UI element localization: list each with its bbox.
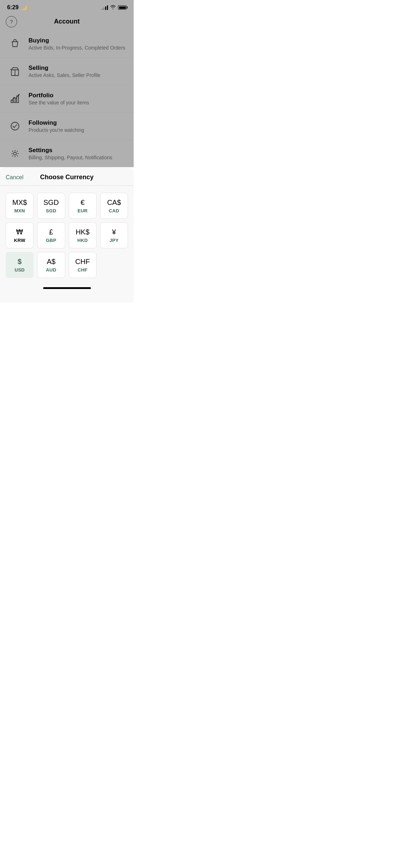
chf-symbol: CHF: [75, 257, 90, 266]
bag-icon: [7, 36, 23, 52]
portfolio-item[interactable]: Portfolio See the value of your items: [0, 85, 134, 113]
box-icon: [7, 63, 23, 79]
account-title: Account: [54, 18, 80, 25]
following-subtitle: Products you're watching: [29, 127, 84, 133]
home-indicator: [0, 284, 134, 292]
currency-cell-hkd[interactable]: HK$ HKD: [69, 222, 97, 248]
currency-cell-jpy[interactable]: ¥ JPY: [100, 222, 128, 248]
aud-symbol: A$: [47, 257, 55, 266]
currency-cell-sgd[interactable]: SGD SGD: [37, 193, 65, 219]
krw-code: KRW: [14, 238, 25, 243]
hkd-code: HKD: [77, 238, 88, 243]
currency-cell-chf[interactable]: CHF CHF: [69, 252, 97, 278]
chart-icon: [7, 91, 23, 107]
svg-rect-1: [11, 100, 13, 103]
usd-symbol: $: [18, 257, 22, 266]
settings-item[interactable]: Settings Billing, Shipping, Payout, Noti…: [0, 140, 134, 167]
account-menu: Buying Active Bids, In-Progress, Complet…: [0, 30, 134, 167]
mxn-code: MXN: [14, 208, 25, 213]
cancel-button[interactable]: Cancel: [6, 174, 24, 181]
gbp-code: GBP: [46, 238, 56, 243]
sheet-title: Choose Currency: [40, 174, 93, 181]
background-overlay: ? Account Buying Active Bids, In-Progres…: [0, 13, 134, 167]
hkd-symbol: HK$: [76, 228, 89, 236]
check-circle-icon: [7, 118, 23, 134]
currency-sheet: Cancel Choose Currency MX$ MXN SGD SGD €…: [0, 167, 134, 303]
currency-cell-cad[interactable]: CA$ CAD: [100, 193, 128, 219]
buying-title: Buying: [29, 37, 125, 44]
help-button[interactable]: ?: [6, 16, 17, 27]
sgd-symbol: SGD: [43, 198, 59, 207]
status-time: 6:29 🌙: [7, 4, 27, 11]
currency-grid: MX$ MXN SGD SGD € EUR CA$ CAD ₩ KRW £ GB…: [0, 190, 134, 284]
following-item[interactable]: Following Products you're watching: [0, 113, 134, 140]
svg-point-5: [14, 152, 16, 155]
portfolio-title: Portfolio: [29, 92, 89, 99]
svg-rect-2: [14, 98, 16, 103]
selling-title: Selling: [29, 64, 101, 72]
aud-code: AUD: [46, 267, 56, 273]
currency-cell-usd[interactable]: $ USD: [6, 252, 34, 278]
battery-icon: [118, 5, 127, 10]
following-title: Following: [29, 119, 84, 126]
home-bar: [43, 287, 91, 289]
mxn-symbol: MX$: [12, 198, 27, 207]
header-divider: [0, 185, 134, 186]
portfolio-subtitle: See the value of your items: [29, 100, 89, 105]
buying-subtitle: Active Bids, In-Progress, Completed Orde…: [29, 45, 125, 51]
cad-code: CAD: [109, 208, 119, 213]
settings-subtitle: Billing, Shipping, Payout, Notifications: [29, 155, 112, 160]
status-icons: [102, 5, 127, 10]
sgd-code: SGD: [46, 208, 56, 213]
jpy-code: JPY: [109, 238, 118, 243]
moon-icon: 🌙: [21, 5, 27, 10]
gbp-symbol: £: [49, 228, 53, 236]
currency-cell-mxn[interactable]: MX$ MXN: [6, 193, 34, 219]
wifi-icon: [110, 5, 116, 10]
currency-cell-krw[interactable]: ₩ KRW: [6, 222, 34, 248]
selling-item[interactable]: Selling Active Asks, Sales, Seller Profi…: [0, 58, 134, 85]
cad-symbol: CA$: [107, 198, 121, 207]
chf-code: CHF: [78, 267, 88, 273]
settings-title: Settings: [29, 147, 112, 154]
selling-subtitle: Active Asks, Sales, Seller Profile: [29, 72, 101, 78]
currency-cell-gbp[interactable]: £ GBP: [37, 222, 65, 248]
currency-cell-aud[interactable]: A$ AUD: [37, 252, 65, 278]
buying-item[interactable]: Buying Active Bids, In-Progress, Complet…: [0, 30, 134, 58]
krw-symbol: ₩: [16, 228, 23, 236]
status-bar: 6:29 🌙: [0, 0, 134, 13]
svg-point-4: [11, 122, 19, 130]
eur-symbol: €: [81, 198, 84, 207]
sheet-header: Cancel Choose Currency: [0, 167, 134, 185]
jpy-symbol: ¥: [112, 228, 116, 236]
signal-icon: [102, 5, 108, 10]
usd-code: USD: [15, 267, 25, 273]
gear-icon: [7, 146, 23, 161]
account-header: ? Account: [0, 13, 134, 30]
eur-code: EUR: [77, 208, 87, 213]
currency-cell-eur[interactable]: € EUR: [69, 193, 97, 219]
